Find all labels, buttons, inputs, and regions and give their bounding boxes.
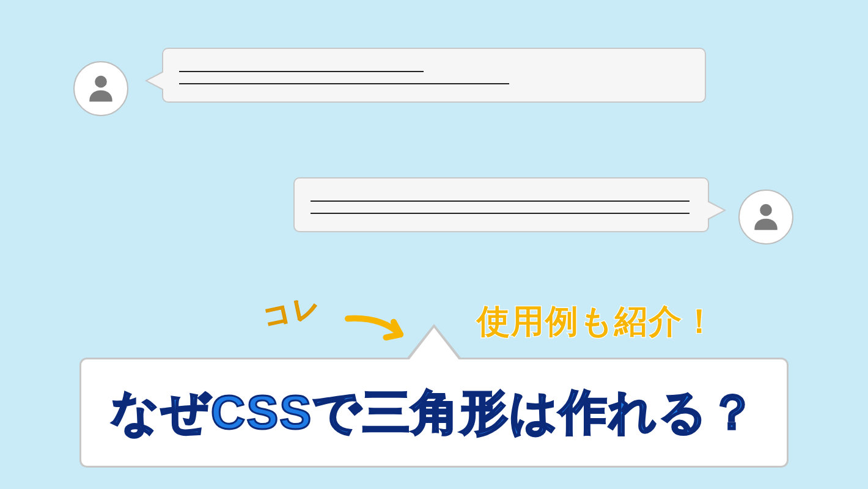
person-icon: [84, 70, 118, 107]
speech-bubble-right: [293, 177, 709, 232]
annotation-pointer-label: コレ: [260, 287, 326, 335]
placeholder-line: [179, 83, 509, 84]
headline-text: なぜCSSで三角形は作れる？: [111, 381, 757, 445]
person-icon: [749, 199, 783, 235]
placeholder-line: [311, 213, 690, 214]
speech-bubble-left: [162, 48, 706, 103]
avatar-left: [73, 61, 128, 116]
svg-point-0: [95, 76, 107, 88]
svg-point-1: [760, 204, 772, 216]
headline-box: なぜCSSで三角形は作れる？: [79, 358, 789, 468]
placeholder-line: [311, 200, 690, 202]
annotation-subtitle: 使用例も紹介！: [477, 300, 717, 344]
avatar-right: [738, 189, 793, 244]
placeholder-line: [179, 71, 424, 72]
